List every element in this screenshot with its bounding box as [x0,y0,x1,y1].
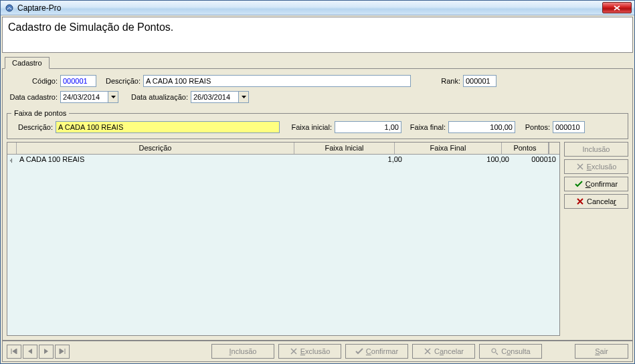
codigo-input[interactable] [60,75,96,87]
next-icon [43,349,49,354]
x-icon [576,163,584,170]
search-icon [490,348,498,355]
bottom-confirmar-button[interactable]: Confirmar [345,344,408,359]
table-row[interactable]: A CADA 100 REAIS 1,00 100,00 000010 [7,155,559,166]
titlebar: Captare-Pro [1,1,634,15]
prev-icon [27,349,33,354]
side-confirmar-button[interactable]: Confirmar [564,177,628,191]
side-exclusao-button[interactable]: Exclusão [564,159,628,174]
bottom-sair-button[interactable]: Sair [575,344,628,359]
cell-faixa-inicial: 1,00 [305,155,405,166]
button-label: Confirmar [585,180,618,188]
tab-label: Cadastro [12,59,42,67]
nav-group [7,345,70,359]
data-atualizacao-label: Data atualização: [121,93,188,101]
rank-input[interactable] [463,75,496,87]
faixa-final-input[interactable] [448,121,515,133]
button-label: Consulta [501,347,530,355]
descricao-label: Descrição: [99,77,141,85]
bottom-toolbar: Inclusão Exclusão Confirmar Cancelar Con… [2,341,633,362]
form-area: Código: Descrição: Rank: Data cadastro: … [2,69,633,341]
grid: Descrição Faixa Inicial Faixa Final Pont… [7,142,560,336]
button-label: Inclusão [230,347,257,355]
x-icon [576,198,584,205]
x-icon [424,348,432,355]
grid-scrollbar[interactable] [549,143,559,154]
faixa-inicial-input[interactable] [335,121,401,133]
cell-descricao: A CADA 100 REAIS [17,155,305,166]
nav-first-button[interactable] [7,345,21,359]
col-header-faixa-final[interactable]: Faixa Final [395,143,502,154]
descricao-input[interactable] [143,75,411,87]
chevron-down-icon[interactable] [108,92,118,102]
svg-point-1 [492,349,496,353]
grid-area: Descrição Faixa Inicial Faixa Final Pont… [7,142,628,336]
nav-next-button[interactable] [39,345,54,359]
button-label: Cancelar [587,197,616,205]
app-icon [5,3,14,13]
side-cancelar-button[interactable]: Cancelar [564,194,628,209]
pontos-input[interactable] [553,121,585,133]
nav-last-button[interactable] [55,345,70,359]
first-icon [11,349,17,354]
chevron-down-icon[interactable] [238,92,248,102]
page-title: Cadastro de Simulação de Pontos. [8,21,627,33]
bottom-inclusao-button[interactable]: Inclusão [211,344,274,359]
codigo-label: Código: [7,77,58,85]
nav-prev-button[interactable] [23,345,37,359]
button-label: Confirmar [366,347,398,355]
button-label: Exclusão [587,163,617,171]
cell-pontos: 000010 [513,155,559,166]
grid-body[interactable]: A CADA 100 REAIS 1,00 100,00 000010 [7,155,559,335]
col-header-pontos[interactable]: Pontos [502,143,549,154]
tab-cadastro[interactable]: Cadastro [5,57,50,69]
faixa-legend: Faixa de pontos [11,109,69,117]
cell-faixa-final: 100,00 [405,155,513,166]
header-pane: Cadastro de Simulação de Pontos. [2,17,633,53]
faixa-inicial-label: Faixa inicial: [282,123,332,131]
button-label: Cancelar [434,347,464,355]
faixa-descricao-label: Descrição: [11,123,53,131]
faixa-final-label: Faixa final: [404,123,446,131]
check-icon [575,181,583,187]
col-header-faixa-inicial[interactable]: Faixa Inicial [294,143,395,154]
grid-gutter-header [7,143,17,154]
side-inclusao-button[interactable]: Inclusão [564,142,628,157]
data-cadastro-combo[interactable] [60,91,118,103]
window-title: Captare-Pro [17,3,61,13]
last-icon [59,349,66,354]
x-icon [290,348,298,355]
check-icon [355,348,363,355]
button-label: Sair [595,347,608,355]
faixa-descricao-input[interactable] [56,121,280,133]
row-indicator-icon [7,155,17,166]
rank-label: Rank: [436,77,460,85]
pontos-label: Pontos: [518,123,550,131]
content-area: Cadastro de Simulação de Pontos. Cadastr… [1,15,634,363]
button-label: Exclusão [300,347,331,355]
close-button[interactable] [602,2,632,13]
grid-header: Descrição Faixa Inicial Faixa Final Pont… [7,143,559,155]
data-cadastro-label: Data cadastro: [7,93,58,101]
faixa-fieldset: Faixa de pontos Descrição: Faixa inicial… [7,109,628,139]
side-button-panel: Inclusão Exclusão Confirmar Cancelar [564,142,628,336]
bottom-exclusao-button[interactable]: Exclusão [278,344,341,359]
button-label: Inclusão [583,145,610,153]
data-atualizacao-value[interactable] [191,93,238,101]
data-cadastro-value[interactable] [61,93,108,101]
data-atualizacao-combo[interactable] [191,91,249,103]
bottom-consulta-button[interactable]: Consulta [479,344,542,359]
close-icon [614,5,620,11]
col-header-descricao[interactable]: Descrição [17,143,294,154]
bottom-cancelar-button[interactable]: Cancelar [412,344,475,359]
app-window: Captare-Pro Cadastro de Simulação de Pon… [0,0,635,364]
tab-strip: Cadastro [2,54,633,69]
